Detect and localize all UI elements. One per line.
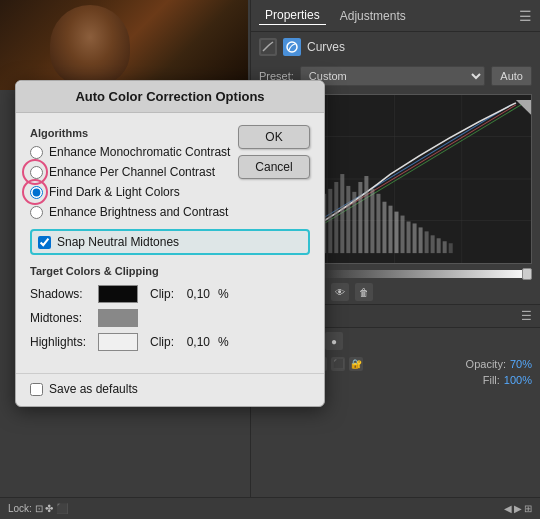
- target-title: Target Colors & Clipping: [30, 265, 310, 277]
- svg-rect-24: [358, 182, 362, 253]
- modal-title-bar: Auto Color Correction Options: [16, 81, 324, 113]
- radio-label-1: Enhance Per Channel Contrast: [49, 165, 215, 179]
- radio-per-channel[interactable]: [30, 166, 43, 179]
- lock4-icon[interactable]: 🔐: [349, 357, 363, 371]
- trash-icon[interactable]: 🗑: [355, 283, 373, 301]
- status-bar: Lock: ⊡ ✤ ⬛ ◀ ▶ ⊞: [0, 497, 540, 519]
- svg-point-1: [287, 42, 297, 52]
- status-lock-label: Lock: ⊡ ✤ ⬛: [8, 503, 68, 514]
- svg-rect-34: [419, 227, 423, 253]
- svg-rect-23: [352, 192, 356, 253]
- image-area: [0, 0, 248, 90]
- svg-rect-22: [346, 186, 350, 253]
- snap-neutral-checkbox[interactable]: [38, 236, 51, 249]
- save-defaults-checkbox[interactable]: [30, 383, 43, 396]
- highlights-clip-value[interactable]: 0,10: [182, 335, 210, 349]
- lock3-icon[interactable]: ⬛: [331, 357, 345, 371]
- modal-title: Auto Color Correction Options: [75, 89, 264, 104]
- paths-menu-icon[interactable]: ☰: [521, 309, 532, 323]
- nav-left-icon[interactable]: ◀: [504, 503, 512, 514]
- modal-body: Algorithms Enhance Monochromatic Contras…: [16, 113, 324, 367]
- midtones-row: Midtones:: [30, 309, 310, 327]
- tab-adjustments[interactable]: Adjustments: [334, 7, 412, 25]
- curves-icon: [259, 38, 277, 56]
- preset-select[interactable]: Custom: [300, 66, 486, 86]
- highlights-row: Highlights: Clip: 0,10 %: [30, 333, 310, 351]
- path-tool-4[interactable]: ●: [325, 332, 343, 350]
- radio-item-3[interactable]: Enhance Brightness and Contrast: [30, 205, 310, 219]
- svg-rect-38: [443, 241, 447, 253]
- opacity-value[interactable]: 70%: [510, 358, 532, 370]
- shadows-row: Shadows: Clip: 0,10 %: [30, 285, 310, 303]
- nav-arrows: ◀ ▶ ⊞: [504, 503, 532, 514]
- eye-icon[interactable]: 👁: [331, 283, 349, 301]
- shadows-clip-label: Clip:: [150, 287, 174, 301]
- modal-footer: Save as defaults: [16, 373, 324, 406]
- svg-rect-33: [413, 223, 417, 253]
- opacity-label: Opacity:: [466, 358, 506, 370]
- svg-marker-40: [516, 100, 531, 115]
- radio-item-2[interactable]: Find Dark & Light Colors: [30, 185, 310, 199]
- midtones-swatch[interactable]: [98, 309, 138, 327]
- snap-neutral-row[interactable]: Snap Neutral Midtones: [30, 229, 310, 255]
- radio-monochromatic[interactable]: [30, 146, 43, 159]
- svg-rect-31: [401, 216, 405, 254]
- shadows-swatch[interactable]: [98, 285, 138, 303]
- shadows-label: Shadows:: [30, 287, 90, 301]
- curves-adjustment-icon: [283, 38, 301, 56]
- curves-header: Curves: [251, 32, 540, 62]
- svg-rect-21: [340, 174, 344, 253]
- radio-label-2: Find Dark & Light Colors: [49, 185, 180, 199]
- snap-neutral-label: Snap Neutral Midtones: [57, 235, 179, 249]
- nav-grid-icon[interactable]: ⊞: [524, 503, 532, 514]
- highlights-clip-label: Clip:: [150, 335, 174, 349]
- svg-rect-35: [425, 231, 429, 253]
- radio-label-3: Enhance Brightness and Contrast: [49, 205, 228, 219]
- target-section: Target Colors & Clipping Shadows: Clip: …: [30, 265, 310, 351]
- slider-thumb-right[interactable]: [522, 268, 532, 280]
- shadows-clip-value[interactable]: 0,10: [182, 287, 210, 301]
- nav-right-icon[interactable]: ▶: [514, 503, 522, 514]
- radio-item-1[interactable]: Enhance Per Channel Contrast: [30, 165, 310, 179]
- svg-rect-29: [388, 206, 392, 253]
- svg-rect-25: [364, 176, 368, 253]
- image-placeholder: [0, 0, 248, 90]
- svg-rect-32: [407, 221, 411, 253]
- auto-button[interactable]: Auto: [491, 66, 532, 86]
- panel-header: Properties Adjustments ☰: [251, 0, 540, 32]
- midtones-label: Midtones:: [30, 311, 90, 325]
- svg-rect-36: [431, 235, 435, 253]
- highlights-label: Highlights:: [30, 335, 90, 349]
- panel-menu-icon[interactable]: ☰: [519, 8, 532, 24]
- highlights-swatch[interactable]: [98, 333, 138, 351]
- radio-group-algorithms: Enhance Monochromatic Contrast Enhance P…: [30, 145, 310, 219]
- fill-value[interactable]: 100%: [504, 374, 532, 386]
- save-defaults-label: Save as defaults: [49, 382, 138, 396]
- svg-rect-26: [370, 189, 374, 253]
- shadows-percent: %: [218, 287, 229, 301]
- fill-label: Fill:: [483, 374, 500, 386]
- radio-brightness-contrast[interactable]: [30, 206, 43, 219]
- svg-rect-28: [382, 202, 386, 253]
- modal-dialog: Auto Color Correction Options OK Cancel …: [15, 80, 325, 407]
- svg-rect-20: [334, 182, 338, 253]
- svg-rect-27: [376, 194, 380, 253]
- svg-rect-37: [437, 238, 441, 253]
- radio-item-0[interactable]: Enhance Monochromatic Contrast: [30, 145, 310, 159]
- tab-properties[interactable]: Properties: [259, 6, 326, 25]
- curves-title: Curves: [307, 40, 345, 54]
- highlights-percent: %: [218, 335, 229, 349]
- svg-rect-19: [328, 189, 332, 253]
- svg-rect-30: [394, 212, 398, 254]
- svg-rect-39: [449, 243, 453, 253]
- radio-find-dark-light[interactable]: [30, 186, 43, 199]
- save-defaults-row[interactable]: Save as defaults: [30, 382, 138, 396]
- radio-label-0: Enhance Monochromatic Contrast: [49, 145, 230, 159]
